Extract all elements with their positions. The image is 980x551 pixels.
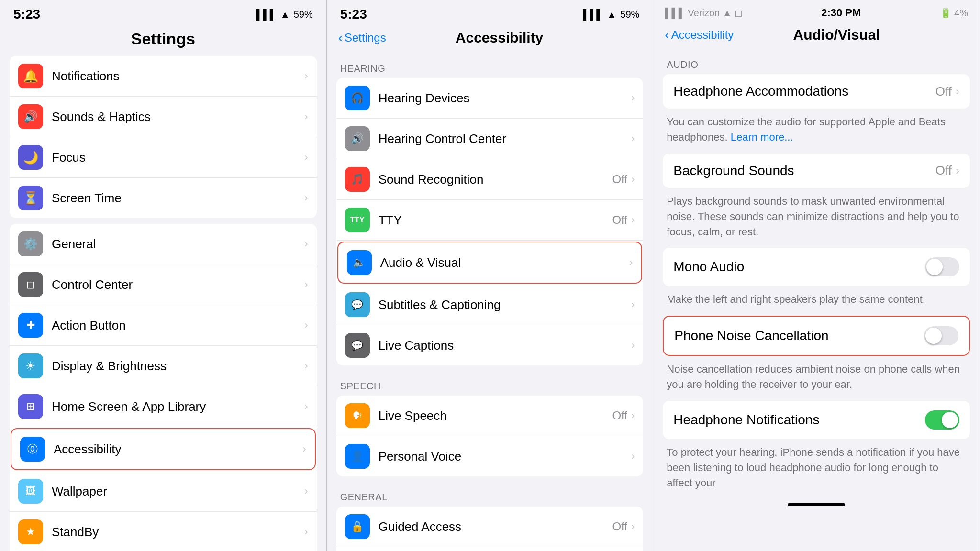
settings-item-homescreen[interactable]: ⊞ Home Screen & App Library › xyxy=(10,386,317,427)
settings-item-accessibility[interactable]: ⓪ Accessibility › xyxy=(11,428,316,470)
settings-item-standby[interactable]: ★ StandBy › xyxy=(10,512,317,551)
hearing-control-label: Hearing Control Center xyxy=(379,132,631,146)
standby-chevron: › xyxy=(304,526,308,538)
headphone-acc-item[interactable]: Headphone Accommodations Off › xyxy=(663,74,970,109)
wifi-icon-p2: ▲ xyxy=(607,9,617,20)
guidedaccess-item[interactable]: 🔒 Guided Access Off › xyxy=(336,507,644,547)
status-time-p2: 5:23 xyxy=(340,7,367,22)
wifi-p3: ▲ ◻ xyxy=(723,8,743,18)
settings-panel: 5:23 ▌▌▌ ▲ 59% Settings 🔔 Notifications … xyxy=(0,0,327,551)
livespeech-item[interactable]: 🗣 Live Speech Off › xyxy=(336,396,644,436)
general-chevron: › xyxy=(304,238,308,250)
personalvoice-label: Personal Voice xyxy=(379,449,631,464)
subtitles-label: Subtitles & Captioning xyxy=(379,298,631,312)
back-to-settings[interactable]: ‹ Settings xyxy=(338,30,386,45)
subtitles-chevron: › xyxy=(631,298,635,311)
mono-audio-toggle[interactable] xyxy=(925,257,959,276)
personalvoice-item[interactable]: 👤 Personal Voice › xyxy=(336,436,644,476)
settings-item-focus[interactable]: 🌙 Focus › xyxy=(10,137,317,178)
settings-item-general[interactable]: ⚙️ General › xyxy=(10,224,317,264)
phone-noise-desc: Noise cancellation reduces ambient noise… xyxy=(653,356,980,401)
hearing-control-icon: 🔊 xyxy=(345,126,370,151)
settings-scroll[interactable]: 🔔 Notifications › 🔊 Sounds & Haptics › 🌙… xyxy=(0,56,326,551)
settings-title: Settings xyxy=(131,30,195,48)
assistiveaccess-item[interactable]: ⊡ Assistive Access › xyxy=(336,547,644,551)
sound-recognition-value: Off xyxy=(612,173,627,186)
headphone-acc-value: Off xyxy=(935,84,952,99)
sound-recognition-chevron: › xyxy=(631,173,635,186)
back-chevron: ‹ xyxy=(338,30,343,45)
bg-sounds-item[interactable]: Background Sounds Off › xyxy=(663,154,970,188)
tty-icon: TTY xyxy=(345,208,370,232)
battery-icon-p2: 59% xyxy=(620,9,639,20)
tty-label: TTY xyxy=(379,213,612,228)
hearing-devices-item[interactable]: 🎧 Hearing Devices › xyxy=(336,78,644,119)
tty-value: Off xyxy=(612,213,627,227)
livecaptions-label: Live Captions xyxy=(379,338,631,353)
guidedaccess-chevron: › xyxy=(631,520,635,533)
back-chevron-p3: ‹ xyxy=(665,27,669,43)
focus-icon: 🌙 xyxy=(18,145,43,170)
personalvoice-icon: 👤 xyxy=(345,444,370,469)
livecaptions-item[interactable]: 💬 Live Captions › xyxy=(336,325,644,365)
hearing-control-item[interactable]: 🔊 Hearing Control Center › xyxy=(336,119,644,159)
controlcenter-label: Control Center xyxy=(52,277,304,292)
learn-more-link[interactable]: Learn more... xyxy=(731,131,793,143)
headphone-notif-toggle[interactable] xyxy=(925,410,959,430)
wallpaper-icon: 🖼 xyxy=(18,479,43,504)
headphone-acc-chevron: › xyxy=(956,85,959,98)
sound-recognition-item[interactable]: 🎵 Sound Recognition Off › xyxy=(336,159,644,200)
actionbutton-icon: ✚ xyxy=(18,313,43,338)
phone-noise-toggle[interactable] xyxy=(924,326,958,345)
accessibility-icon: ⓪ xyxy=(20,437,45,462)
settings-item-controlcenter[interactable]: ◻ Control Center › xyxy=(10,264,317,305)
livespeech-icon: 🗣 xyxy=(345,403,370,428)
speech-section-header: SPEECH xyxy=(327,371,653,396)
headphone-acc-label: Headphone Accommodations xyxy=(673,84,935,99)
headphone-notif-thumb xyxy=(942,412,958,428)
back-to-accessibility[interactable]: ‹ Accessibility xyxy=(665,27,734,43)
guidedaccess-icon: 🔒 xyxy=(345,514,370,539)
sounds-icon: 🔊 xyxy=(18,104,43,129)
wallpaper-chevron: › xyxy=(304,485,308,497)
accessibility-nav-title: Accessibility xyxy=(386,30,613,46)
speech-group: 🗣 Live Speech Off › 👤 Personal Voice › xyxy=(336,396,644,476)
livecaptions-chevron: › xyxy=(631,339,635,352)
audiovisual-scroll[interactable]: AUDIO Headphone Accommodations Off › You… xyxy=(653,51,980,551)
mono-audio-group: Mono Audio xyxy=(663,248,970,286)
general-icon: ⚙️ xyxy=(18,231,43,256)
focus-label: Focus xyxy=(52,150,304,165)
settings-section-1: 🔔 Notifications › 🔊 Sounds & Haptics › 🌙… xyxy=(10,56,317,218)
mono-audio-label: Mono Audio xyxy=(673,259,925,275)
settings-item-sounds[interactable]: 🔊 Sounds & Haptics › xyxy=(10,97,317,137)
settings-item-display[interactable]: ☀ Display & Brightness › xyxy=(10,346,317,386)
status-icons-p2: ▌▌▌ ▲ 59% xyxy=(583,9,639,20)
livespeech-value: Off xyxy=(612,409,627,422)
settings-item-notifications[interactable]: 🔔 Notifications › xyxy=(10,56,317,97)
status-bar-p1: 5:23 ▌▌▌ ▲ 59% xyxy=(0,0,326,26)
settings-item-actionbutton[interactable]: ✚ Action Button › xyxy=(10,305,317,346)
tty-item[interactable]: TTY TTY Off › xyxy=(336,200,644,241)
actionbutton-label: Action Button xyxy=(52,318,304,333)
display-icon: ☀ xyxy=(18,353,43,378)
controlcenter-chevron: › xyxy=(304,278,308,291)
headphone-notif-item: Headphone Notifications xyxy=(663,401,970,439)
personalvoice-chevron: › xyxy=(631,450,635,463)
back-label: Settings xyxy=(345,31,386,44)
status-icons-p1: ▌▌▌ ▲ 59% xyxy=(256,9,312,20)
hearing-devices-icon: 🎧 xyxy=(345,86,370,110)
headphone-notif-desc: To protect your hearing, iPhone sends a … xyxy=(653,439,980,499)
phone-noise-item: Phone Noise Cancellation xyxy=(664,317,969,355)
hearing-group: 🎧 Hearing Devices › 🔊 Hearing Control Ce… xyxy=(336,78,644,365)
standby-icon: ★ xyxy=(18,519,43,544)
notifications-icon: 🔔 xyxy=(18,64,43,88)
settings-item-wallpaper[interactable]: 🖼 Wallpaper › xyxy=(10,471,317,512)
headphone-notif-label: Headphone Notifications xyxy=(673,412,925,428)
audio-visual-item[interactable]: 🔈 Audio & Visual › xyxy=(337,242,643,284)
accessibility-scroll[interactable]: HEARING 🎧 Hearing Devices › 🔊 Hearing Co… xyxy=(327,54,653,551)
settings-item-screentime[interactable]: ⏳ Screen Time › xyxy=(10,178,317,218)
headphone-acc-group: Headphone Accommodations Off › xyxy=(663,74,970,109)
guidedaccess-label: Guided Access xyxy=(379,519,612,534)
subtitles-item[interactable]: 💬 Subtitles & Captioning › xyxy=(336,285,644,325)
general-label: General xyxy=(52,237,304,252)
